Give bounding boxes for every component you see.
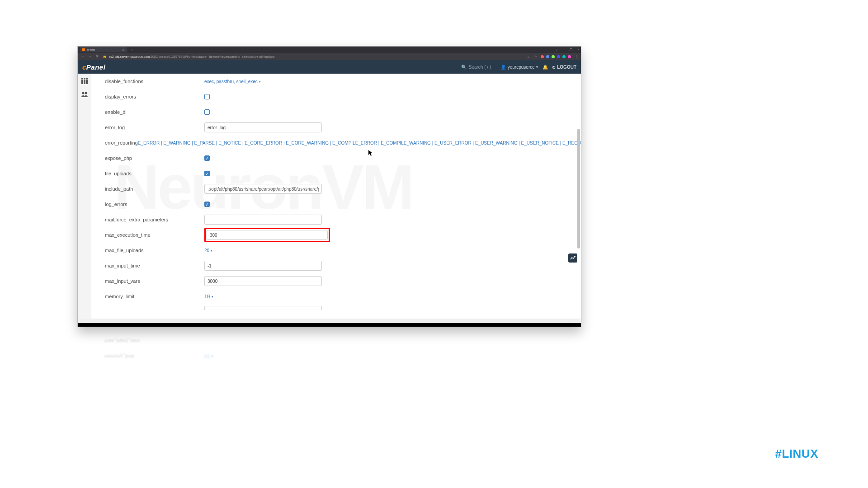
window-reflection: memory_limit1G ▾ max_input_vars — [77, 328, 581, 364]
input-max-execution-time[interactable] — [207, 230, 328, 240]
chevron-down-icon: ▾ — [536, 65, 538, 69]
search-icon: 🔍 — [461, 65, 467, 70]
ext-1-icon[interactable] — [541, 55, 544, 58]
logout-label: LOGOUT — [557, 65, 576, 70]
input-mail-force-extra[interactable] — [204, 215, 322, 225]
main-panel: NeuronVM disable_functions exec, passthr… — [91, 74, 581, 319]
ext-6-icon[interactable] — [568, 55, 571, 58]
url-domain: rs2-dal.serverhostgroup.com — [109, 55, 150, 58]
sidebar-users-icon[interactable] — [81, 91, 88, 98]
label-log-errors: log_errors — [105, 202, 204, 207]
ext-5-icon[interactable] — [562, 55, 566, 58]
cpanel-logo[interactable]: cPanel — [82, 63, 105, 71]
value-disable-functions[interactable]: exec, passthru, shell_exec▾ — [204, 79, 261, 84]
input-max-input-time[interactable] — [204, 261, 322, 271]
tab-title: cPanel — [87, 48, 95, 51]
label-max-file-uploads: max_file_uploads — [105, 248, 204, 253]
svg-rect-5 — [86, 80, 88, 82]
logout-button[interactable]: ⎋ LOGOUT — [552, 65, 576, 70]
browser-addressbar: ← → ⟳ 🔒 rs2-dal.serverhostgroup.com:2083… — [78, 53, 581, 60]
nav-back-icon[interactable]: ← — [80, 55, 85, 58]
row-max-execution-time: max_execution_time — [105, 227, 581, 243]
page-body: NeuronVM disable_functions exec, passthr… — [78, 74, 581, 319]
window-bottom-bar — [78, 323, 581, 327]
checkbox-enable-dl[interactable] — [204, 109, 210, 115]
row-mail-force-extra: mail.force_extra_parameters — [105, 212, 581, 227]
sidebar-apps-icon[interactable] — [81, 77, 88, 84]
chevron-down-icon: ▾ — [259, 80, 261, 83]
checkbox-expose-php[interactable] — [204, 155, 210, 161]
ext-4-icon[interactable] — [557, 55, 560, 58]
row-error-reporting: error_reporting E_ERROR | E_WARNING | E_… — [105, 135, 581, 150]
nav-reload-icon[interactable]: ⟳ — [95, 55, 99, 58]
search-input[interactable] — [469, 65, 496, 70]
header-search[interactable]: 🔍 — [461, 65, 496, 70]
svg-rect-8 — [86, 82, 88, 84]
row-error-log: error_log — [105, 120, 581, 135]
stats-graph-icon[interactable] — [568, 253, 577, 263]
url-field[interactable]: rs2-dal.serverhostgroup.com:2083/cpsess6… — [109, 55, 524, 58]
row-partial-next — [105, 304, 581, 312]
row-file-uploads: file_uploads — [105, 166, 581, 181]
horizontal-scrollbar-track[interactable] — [78, 319, 581, 323]
svg-rect-2 — [86, 78, 88, 80]
value-memory-limit[interactable]: 1G▾ — [204, 294, 213, 299]
checkbox-file-uploads[interactable] — [204, 171, 210, 176]
svg-rect-4 — [84, 80, 85, 82]
browser-tab[interactable]: cPanel × — [80, 47, 127, 52]
tab-close-icon[interactable]: × — [123, 48, 124, 52]
input-error-log[interactable] — [204, 122, 322, 132]
label-max-input-time: max_input_time — [105, 263, 204, 268]
ext-2-icon[interactable] — [546, 55, 549, 58]
svg-point-9 — [82, 92, 84, 94]
new-tab-button[interactable]: + — [130, 47, 134, 52]
label-max-execution-time: max_execution_time — [105, 232, 204, 238]
annotation-highlight-box — [204, 228, 330, 242]
tab-favicon-icon — [82, 48, 85, 51]
browser-tabstrip: cPanel × + ○ — ▢ × — [78, 47, 581, 53]
row-include-path: include_path — [105, 181, 581, 197]
window-close-icon[interactable]: × — [577, 48, 579, 52]
chevron-down-icon: ▾ — [212, 295, 213, 298]
label-include-path: include_path — [105, 186, 204, 192]
input-partial-next[interactable] — [204, 306, 322, 310]
checkbox-display-errors[interactable] — [204, 94, 210, 99]
nav-fwd-icon[interactable]: → — [88, 55, 92, 58]
row-enable-dl: enable_dl — [105, 104, 581, 120]
cpanel-header: cPanel 🔍 👤 yourcpusercc ▾ 🔔 ⎋ LOGOUT — [78, 60, 581, 74]
hashtag-overlay: #LINUX — [775, 447, 818, 461]
label-error-log: error_log — [105, 125, 204, 130]
svg-rect-3 — [81, 80, 83, 82]
row-display-errors: display_errors — [105, 89, 581, 104]
label-expose-php: expose_php — [105, 155, 204, 161]
vertical-scrollbar[interactable] — [577, 129, 580, 249]
bookmark-star-icon[interactable]: ☆ — [533, 55, 538, 58]
notifications-bell-icon[interactable]: 🔔 — [542, 65, 548, 70]
input-max-input-vars[interactable] — [204, 276, 322, 286]
svg-point-10 — [85, 92, 87, 94]
window-controls: ○ — ▢ × — [556, 48, 579, 52]
row-max-input-vars: max_input_vars — [105, 273, 581, 289]
label-mail-force-extra: mail.force_extra_parameters — [105, 217, 204, 222]
svg-rect-7 — [84, 82, 85, 84]
username: yourcpusercc — [508, 65, 534, 70]
user-menu[interactable]: 👤 yourcpusercc ▾ — [500, 65, 538, 70]
svg-rect-0 — [81, 78, 83, 80]
window-min-icon[interactable]: — — [562, 48, 565, 52]
translate-icon[interactable]: ⎁ — [526, 55, 531, 58]
sidebar — [78, 74, 91, 319]
chevron-down-icon: ▾ — [211, 249, 212, 252]
label-display-errors: display_errors — [105, 94, 204, 99]
value-error-reporting[interactable]: E_ERROR | E_WARNING | E_PARSE | E_NOTICE… — [138, 141, 581, 145]
input-include-path[interactable] — [204, 184, 322, 194]
browser-window: cPanel × + ○ — ▢ × ← → ⟳ 🔒 rs2-dal.serve… — [77, 46, 581, 327]
checkbox-log-errors[interactable] — [204, 202, 210, 207]
value-max-file-uploads[interactable]: 20▾ — [204, 248, 212, 253]
label-file-uploads: file_uploads — [105, 171, 204, 176]
row-expose-php: expose_php — [105, 150, 581, 166]
window-max-icon[interactable]: ▢ — [570, 48, 573, 52]
browser-menu-icon[interactable]: ⋮ — [574, 55, 578, 58]
window-pin-icon[interactable]: ○ — [556, 48, 557, 52]
ext-3-icon[interactable] — [552, 55, 555, 58]
svg-rect-1 — [84, 78, 85, 80]
